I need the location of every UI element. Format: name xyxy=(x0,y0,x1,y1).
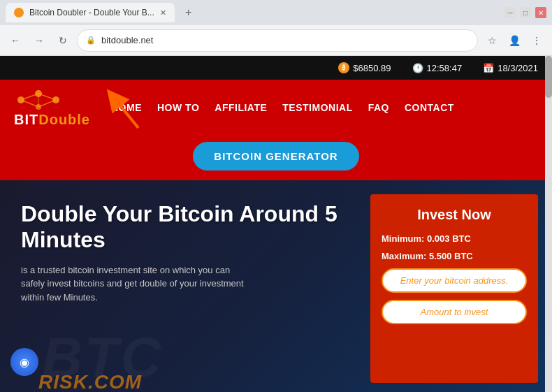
nav-affiliate[interactable]: AFFILIATE xyxy=(215,102,267,113)
invest-maximum: Maximum: 5.500 BTC xyxy=(382,251,527,261)
current-time: 🕐 12:58:47 xyxy=(412,63,463,73)
browser-window: Bitcoin Doubler - Double Your B... ✕ + ─… xyxy=(0,0,552,392)
refresh-button[interactable]: ↻ xyxy=(53,31,73,50)
btc-icon: ₿ xyxy=(338,62,349,73)
browser-toolbar: ← → ↻ 🔒 bitdouble.net ☆ 👤 ⋮ xyxy=(0,25,552,56)
invest-minimum: Minimum: 0.003 BTC xyxy=(382,233,527,244)
nav-testimonial[interactable]: TESTIMONIAL xyxy=(282,102,352,113)
button-row: BITCOIN GENERATOR xyxy=(0,135,552,180)
tab-close-button[interactable]: ✕ xyxy=(160,8,166,17)
bookmark-button[interactable]: ☆ xyxy=(482,31,502,50)
nav-home[interactable]: HOME xyxy=(111,102,142,113)
logo-graphic xyxy=(14,88,63,112)
address-bar[interactable]: 🔒 bitdouble.net xyxy=(77,29,478,52)
date-value: 18/3/2021 xyxy=(497,63,538,73)
price-value: $6850.89 xyxy=(353,63,391,73)
new-tab-button[interactable]: + xyxy=(180,4,197,21)
amount-input[interactable]: Amount to invest xyxy=(382,300,527,324)
hero-area: Double Your Bitcoin Around 5 Minutes is … xyxy=(0,180,552,392)
bitcoin-price: ₿ $6850.89 xyxy=(338,62,391,73)
forward-button[interactable]: → xyxy=(29,31,49,50)
svg-line-5 xyxy=(38,94,56,100)
hero-left: Double Your Bitcoin Around 5 Minutes is … xyxy=(0,180,370,392)
svg-line-6 xyxy=(21,100,38,107)
logo-area: BITDouble xyxy=(14,88,90,126)
invest-panel: Invest Now Minimum: 0.003 BTC Maximum: 5… xyxy=(370,194,538,383)
svg-line-7 xyxy=(38,100,56,107)
clock-icon: 🕐 xyxy=(412,63,423,73)
logo-text: BITDouble xyxy=(14,112,90,126)
back-button[interactable]: ← xyxy=(6,31,25,50)
invest-title: Invest Now xyxy=(382,207,527,223)
nav-faq[interactable]: FAQ xyxy=(368,102,389,113)
menu-button[interactable]: ⋮ xyxy=(527,31,546,50)
hero-title: Double Your Bitcoin Around 5 Minutes xyxy=(21,201,356,253)
logo-double: Double xyxy=(38,112,90,127)
minimize-button[interactable]: ─ xyxy=(504,7,516,18)
site-header: BITDouble HOME HOW TO AFFILIATE TESTIMON… xyxy=(0,80,552,135)
tab-favicon xyxy=(14,8,24,17)
nav-howto[interactable]: HOW TO xyxy=(157,102,199,113)
calendar-icon: 📅 xyxy=(483,63,494,73)
bitcoin-generator-button[interactable]: BITCOIN GENERATOR xyxy=(193,142,358,170)
close-window-button[interactable]: ✕ xyxy=(535,7,546,18)
tab-title: Bitcoin Doubler - Double Your B... xyxy=(29,8,154,17)
toolbar-actions: ☆ 👤 ⋮ xyxy=(482,31,546,50)
decorative-circle: ◉ xyxy=(10,348,38,376)
lock-icon: 🔒 xyxy=(86,36,96,45)
title-bar: Bitcoin Doubler - Double Your B... ✕ + ─… xyxy=(0,0,552,25)
hero-subtitle: is a trusted bitcoin investment site on … xyxy=(21,263,245,305)
svg-line-4 xyxy=(21,94,38,100)
nav-menu: HOME HOW TO AFFILIATE TESTIMONIAL FAQ CO… xyxy=(111,102,454,113)
current-date: 📅 18/3/2021 xyxy=(483,63,538,73)
scrollbar[interactable] xyxy=(545,56,552,392)
account-button[interactable]: 👤 xyxy=(504,31,524,50)
url-text: bitdouble.net xyxy=(101,35,153,45)
webpage-content: ₿ $6850.89 🕐 12:58:47 📅 18/3/2021 xyxy=(0,56,552,392)
nav-contact[interactable]: CONTACT xyxy=(405,102,454,113)
logo-bit: BIT xyxy=(14,112,38,127)
scrollbar-thumb[interactable] xyxy=(545,56,552,98)
maximize-button[interactable]: □ xyxy=(520,7,531,18)
bitcoin-address-input[interactable]: Enter your bitcoin address. xyxy=(382,268,527,293)
top-info-bar: ₿ $6850.89 🕐 12:58:47 📅 18/3/2021 xyxy=(0,56,552,80)
time-value: 12:58:47 xyxy=(427,63,463,73)
risk-watermark: RISK.COM xyxy=(38,371,142,392)
browser-tab[interactable]: Bitcoin Doubler - Double Your B... ✕ xyxy=(6,3,175,22)
circle-icon: ◉ xyxy=(20,356,29,369)
